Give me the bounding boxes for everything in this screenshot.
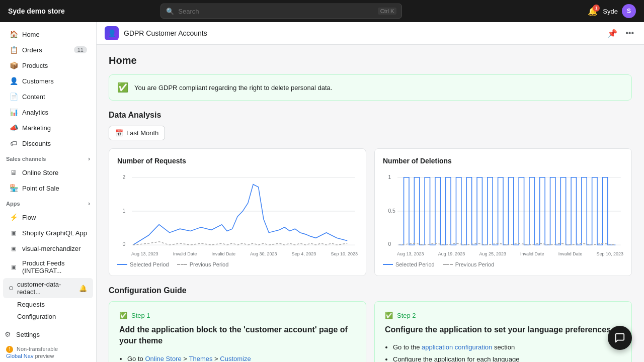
sidebar-item-customers[interactable]: 👤 Customers [3,73,93,88]
flow-icon: ⚡ [9,213,18,222]
svg-text:0: 0 [388,241,391,247]
legend-solid-line [383,264,393,265]
x-label-1: Aug 13, 2023 [397,251,424,256]
legend-selected-label: Selected Period [130,261,169,267]
content-icon: 📄 [9,92,18,101]
sidebar-item-products[interactable]: 📦 Products [3,58,93,73]
legend-selected: Selected Period [383,261,435,267]
deletions-chart-card: Number of Deletions 1 0.5 0 [374,148,632,276]
config-cards: ✅ Step 1 Add the application block to th… [109,301,632,362]
pin-button[interactable]: 📌 [605,27,619,40]
charts-row: Number of Requests 2 1 0 [109,148,632,276]
sidebar-item-shopify-graphql[interactable]: ▣ Shopify GraphiQL App [3,225,93,240]
app-logo: 👤 [105,26,119,40]
settings-icon: ⚙ [3,330,12,339]
x-label-6: Sep 10, 2023 [331,251,358,256]
preview-label: preview [35,353,54,359]
sidebar-item-label: Orders [22,46,42,54]
legend-selected-label: Selected Period [395,261,435,267]
check-circle-icon: ✅ [117,82,128,93]
deletions-chart-svg: 1 0.5 0 [383,171,623,251]
app-bell-icon: 🔔 [79,285,87,292]
online-store-link[interactable]: Online Store [145,355,181,362]
svg-text:0.5: 0.5 [388,208,395,214]
requests-chart-title: Number of Requests [117,157,358,165]
step2-list: Go to the application configuration sect… [385,341,621,362]
deletions-chart-title: Number of Deletions [383,157,623,165]
sidebar-item-orders[interactable]: 📋 Orders 11 [3,42,93,57]
sidebar-item-marketing[interactable]: 📣 Marketing [3,120,93,135]
sales-channels-label: Sales channels [6,156,46,162]
step1-list: Go to Online Store > Themes > Customize … [119,353,356,362]
themes-link[interactable]: Themes [189,355,213,362]
customer-data-icon [9,286,13,290]
non-transferable-notice: ! Non-transferable Global Nav preview [0,342,96,362]
sales-channels-section[interactable]: Sales channels › [0,151,96,164]
products-icon: 📦 [9,61,18,70]
sidebar-item-configuration[interactable]: Configuration [3,311,93,322]
sidebar-item-analytics[interactable]: 📊 Analytics [3,105,93,120]
x-label-4: Invalid Date [520,251,544,256]
point-of-sale-icon: 🏪 [9,184,18,193]
sidebar-item-label: Content [22,93,45,101]
sidebar-item-home[interactable]: 🏠 Home [3,27,93,42]
analytics-icon: 📊 [9,108,18,117]
settings-label: Settings [16,331,40,338]
x-label-3: Aug 25, 2023 [479,251,506,256]
chart2-legend: Selected Period Previous Period [383,261,623,267]
online-store-icon: 🖥 [9,168,18,177]
notification-bell[interactable]: 🔔 1 [588,7,598,16]
chart2-x-labels: Aug 13, 2023 Aug 19, 2023 Aug 25, 2023 I… [383,251,623,256]
app-title: GDPR Customer Accounts [124,29,207,37]
orders-icon: 📋 [9,45,18,54]
sidebar-nav: 🏠 Home 📋 Orders 11 📦 Products 👤 Customer… [0,22,96,327]
step2-bullet2: Configure the application for each langu… [393,353,621,362]
requests-label: Requests [17,301,45,308]
app-header-actions: 📌 ••• [605,27,636,40]
content-area: 👤 GDPR Customer Accounts 📌 ••• Home ✅ Yo… [97,22,644,362]
sidebar-item-flow[interactable]: ⚡ Flow [3,210,93,225]
date-filter-button[interactable]: 📅 Last Month [109,126,165,140]
sidebar: 🏠 Home 📋 Orders 11 📦 Products 👤 Customer… [0,22,97,362]
step1-title: Add the application block to the 'custom… [119,324,356,347]
discounts-icon: 🏷 [9,139,18,148]
requests-chart-card: Number of Requests 2 1 0 [109,148,366,276]
svg-text:0: 0 [122,241,125,247]
sidebar-item-discounts[interactable]: 🏷 Discounts [3,136,93,151]
chat-button[interactable] [608,326,632,350]
x-label-5: Sep 4, 2023 [292,251,316,256]
sidebar-item-point-of-sale[interactable]: 🏪 Point of Sale [3,180,93,196]
global-nav-link[interactable]: Global Nav [6,353,35,359]
home-icon: 🏠 [9,30,18,39]
sidebar-item-visual-merchandizer[interactable]: ▣ visual-merchandizer [3,241,93,256]
sidebar-item-content[interactable]: 📄 Content [3,89,93,104]
sidebar-item-customer-data[interactable]: customer-data-redact... 🔔 [3,278,93,298]
topbar-actions: 🔔 1 Syde S [588,4,636,18]
customize-link[interactable]: Customize [220,355,251,362]
sidebar-item-label: Products [22,62,48,69]
apps-section[interactable]: Apps › [0,196,96,209]
sidebar-item-online-store[interactable]: 🖥 Online Store [3,165,93,180]
more-options-button[interactable]: ••• [623,27,636,40]
user-menu[interactable]: Syde S [603,4,636,18]
sidebar-item-label: Marketing [22,124,51,132]
search-bar[interactable]: 🔍 Ctrl K [160,4,402,19]
search-shortcut: Ctrl K [378,8,397,15]
search-input[interactable] [178,8,374,15]
x-label-6: Sep 10, 2023 [596,251,623,256]
x-label-1: Aug 13, 2023 [131,251,158,256]
search-icon: 🔍 [166,8,174,15]
sidebar-item-label: Customers [22,77,54,85]
step2-check-icon: ✅ [385,312,393,319]
sidebar-item-label: Discounts [22,140,51,147]
sidebar-item-product-feeds[interactable]: ▣ Product Feeds (INTEGRAT... [3,256,93,278]
sidebar-item-settings[interactable]: ⚙ Settings [0,327,96,342]
legend-dashed-line [177,264,187,265]
chart1-legend: Selected Period Previous Period [117,261,358,267]
sidebar-item-label: customer-data-redact... [17,281,75,296]
sidebar-item-requests[interactable]: Requests [3,299,93,310]
app-config-link[interactable]: application configuration [422,343,492,351]
chevron-right-icon: › [88,200,90,207]
legend-previous: Previous Period [177,261,229,267]
legend-selected: Selected Period [117,261,169,267]
